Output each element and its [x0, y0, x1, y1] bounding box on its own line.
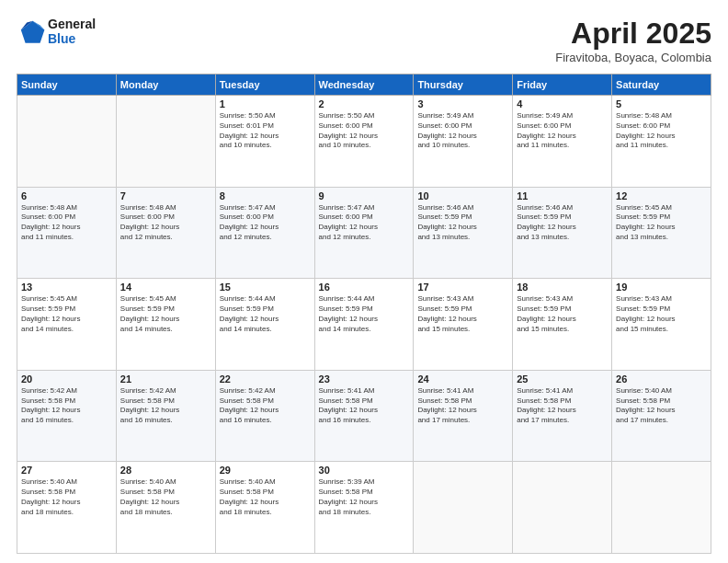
day-number: 11 [517, 190, 608, 201]
day-number: 3 [417, 98, 508, 109]
weekday-header: Tuesday [215, 75, 314, 96]
calendar-cell: 15Sunrise: 5:44 AM Sunset: 5:59 PM Dayli… [215, 279, 314, 371]
calendar-cell: 13Sunrise: 5:45 AM Sunset: 5:59 PM Dayli… [17, 279, 117, 371]
calendar-cell [612, 462, 711, 554]
calendar-cell: 3Sunrise: 5:49 AM Sunset: 6:00 PM Daylig… [414, 96, 513, 188]
weekday-header: Monday [116, 75, 215, 96]
calendar-week-row: 1Sunrise: 5:50 AM Sunset: 6:01 PM Daylig… [17, 96, 711, 188]
calendar-cell: 19Sunrise: 5:43 AM Sunset: 5:59 PM Dayli… [612, 279, 711, 371]
calendar-cell: 29Sunrise: 5:40 AM Sunset: 5:58 PM Dayli… [215, 462, 314, 554]
cell-info: Sunrise: 5:42 AM Sunset: 5:58 PM Dayligh… [220, 386, 311, 426]
weekday-header: Thursday [414, 75, 513, 96]
cell-info: Sunrise: 5:41 AM Sunset: 5:58 PM Dayligh… [517, 386, 608, 426]
calendar-cell: 7Sunrise: 5:48 AM Sunset: 6:00 PM Daylig… [116, 187, 215, 279]
weekday-header: Friday [513, 75, 612, 96]
calendar-cell: 2Sunrise: 5:50 AM Sunset: 6:00 PM Daylig… [314, 96, 414, 188]
cell-info: Sunrise: 5:43 AM Sunset: 5:59 PM Dayligh… [417, 294, 508, 334]
location: Firavitoba, Boyaca, Colombia [555, 51, 711, 64]
cell-info: Sunrise: 5:40 AM Sunset: 5:58 PM Dayligh… [21, 477, 112, 517]
calendar-cell [116, 96, 215, 188]
day-number: 14 [120, 282, 211, 293]
day-number: 12 [616, 190, 707, 201]
calendar-cell: 24Sunrise: 5:41 AM Sunset: 5:58 PM Dayli… [414, 370, 513, 462]
day-number: 24 [417, 373, 508, 385]
cell-info: Sunrise: 5:48 AM Sunset: 6:00 PM Dayligh… [616, 111, 707, 151]
calendar-cell [513, 462, 612, 554]
calendar-cell: 22Sunrise: 5:42 AM Sunset: 5:58 PM Dayli… [215, 370, 314, 462]
cell-info: Sunrise: 5:47 AM Sunset: 6:00 PM Dayligh… [319, 203, 410, 243]
day-number: 22 [220, 373, 311, 385]
day-number: 27 [21, 465, 112, 476]
calendar-cell: 26Sunrise: 5:40 AM Sunset: 5:58 PM Dayli… [612, 370, 711, 462]
calendar-cell: 8Sunrise: 5:47 AM Sunset: 6:00 PM Daylig… [215, 187, 314, 279]
weekday-header: Saturday [612, 75, 711, 96]
day-number: 30 [319, 465, 410, 476]
calendar-cell [17, 96, 117, 188]
month-title: April 2025 [555, 17, 711, 51]
cell-info: Sunrise: 5:45 AM Sunset: 5:59 PM Dayligh… [21, 294, 112, 334]
logo-text: General Blue [48, 17, 96, 46]
calendar-cell: 1Sunrise: 5:50 AM Sunset: 6:01 PM Daylig… [215, 96, 314, 188]
calendar-cell: 23Sunrise: 5:41 AM Sunset: 5:58 PM Dayli… [314, 370, 414, 462]
calendar-cell: 4Sunrise: 5:49 AM Sunset: 6:00 PM Daylig… [513, 96, 612, 188]
day-number: 15 [220, 282, 311, 293]
cell-info: Sunrise: 5:50 AM Sunset: 6:00 PM Dayligh… [319, 111, 410, 151]
calendar-cell: 28Sunrise: 5:40 AM Sunset: 5:58 PM Dayli… [116, 462, 215, 554]
day-number: 8 [220, 190, 311, 201]
day-number: 19 [616, 282, 707, 293]
cell-info: Sunrise: 5:43 AM Sunset: 5:59 PM Dayligh… [517, 294, 608, 334]
header: General Blue April 2025 Firavitoba, Boya… [17, 17, 711, 64]
svg-marker-0 [21, 21, 45, 43]
cell-info: Sunrise: 5:39 AM Sunset: 5:58 PM Dayligh… [319, 477, 410, 517]
cell-info: Sunrise: 5:42 AM Sunset: 5:58 PM Dayligh… [21, 386, 112, 426]
day-number: 23 [319, 373, 410, 385]
calendar-cell: 10Sunrise: 5:46 AM Sunset: 5:59 PM Dayli… [414, 187, 513, 279]
day-number: 4 [517, 98, 608, 109]
day-number: 29 [220, 465, 311, 476]
day-number: 20 [21, 373, 112, 385]
logo-icon [17, 17, 46, 46]
cell-info: Sunrise: 5:44 AM Sunset: 5:59 PM Dayligh… [220, 294, 311, 334]
calendar-cell [414, 462, 513, 554]
logo: General Blue [17, 17, 96, 46]
cell-info: Sunrise: 5:45 AM Sunset: 5:59 PM Dayligh… [616, 203, 707, 243]
day-number: 6 [21, 190, 112, 201]
cell-info: Sunrise: 5:46 AM Sunset: 5:59 PM Dayligh… [417, 203, 508, 243]
calendar-cell: 5Sunrise: 5:48 AM Sunset: 6:00 PM Daylig… [612, 96, 711, 188]
cell-info: Sunrise: 5:41 AM Sunset: 5:58 PM Dayligh… [417, 386, 508, 426]
calendar-cell: 16Sunrise: 5:44 AM Sunset: 5:59 PM Dayli… [314, 279, 414, 371]
day-number: 7 [120, 190, 211, 201]
cell-info: Sunrise: 5:44 AM Sunset: 5:59 PM Dayligh… [319, 294, 410, 334]
calendar-cell: 21Sunrise: 5:42 AM Sunset: 5:58 PM Dayli… [116, 370, 215, 462]
cell-info: Sunrise: 5:50 AM Sunset: 6:01 PM Dayligh… [220, 111, 311, 151]
cell-info: Sunrise: 5:48 AM Sunset: 6:00 PM Dayligh… [120, 203, 211, 243]
cell-info: Sunrise: 5:46 AM Sunset: 5:59 PM Dayligh… [517, 203, 608, 243]
calendar-cell: 20Sunrise: 5:42 AM Sunset: 5:58 PM Dayli… [17, 370, 117, 462]
calendar-cell: 27Sunrise: 5:40 AM Sunset: 5:58 PM Dayli… [17, 462, 117, 554]
day-number: 9 [319, 190, 410, 201]
calendar-week-row: 27Sunrise: 5:40 AM Sunset: 5:58 PM Dayli… [17, 462, 711, 554]
calendar-cell: 12Sunrise: 5:45 AM Sunset: 5:59 PM Dayli… [612, 187, 711, 279]
calendar-cell: 11Sunrise: 5:46 AM Sunset: 5:59 PM Dayli… [513, 187, 612, 279]
calendar-cell: 30Sunrise: 5:39 AM Sunset: 5:58 PM Dayli… [314, 462, 414, 554]
day-number: 26 [616, 373, 707, 385]
weekday-header-row: SundayMondayTuesdayWednesdayThursdayFrid… [17, 75, 711, 96]
day-number: 18 [517, 282, 608, 293]
cell-info: Sunrise: 5:40 AM Sunset: 5:58 PM Dayligh… [220, 477, 311, 517]
cell-info: Sunrise: 5:47 AM Sunset: 6:00 PM Dayligh… [220, 203, 311, 243]
cell-info: Sunrise: 5:42 AM Sunset: 5:58 PM Dayligh… [120, 386, 211, 426]
cell-info: Sunrise: 5:49 AM Sunset: 6:00 PM Dayligh… [517, 111, 608, 151]
calendar-cell: 14Sunrise: 5:45 AM Sunset: 5:59 PM Dayli… [116, 279, 215, 371]
day-number: 16 [319, 282, 410, 293]
calendar-week-row: 6Sunrise: 5:48 AM Sunset: 6:00 PM Daylig… [17, 187, 711, 279]
cell-info: Sunrise: 5:40 AM Sunset: 5:58 PM Dayligh… [616, 386, 707, 426]
calendar-week-row: 13Sunrise: 5:45 AM Sunset: 5:59 PM Dayli… [17, 279, 711, 371]
calendar-cell: 25Sunrise: 5:41 AM Sunset: 5:58 PM Dayli… [513, 370, 612, 462]
cell-info: Sunrise: 5:40 AM Sunset: 5:58 PM Dayligh… [120, 477, 211, 517]
day-number: 10 [417, 190, 508, 201]
calendar-week-row: 20Sunrise: 5:42 AM Sunset: 5:58 PM Dayli… [17, 370, 711, 462]
day-number: 21 [120, 373, 211, 385]
day-number: 17 [417, 282, 508, 293]
day-number: 5 [616, 98, 707, 109]
day-number: 28 [120, 465, 211, 476]
